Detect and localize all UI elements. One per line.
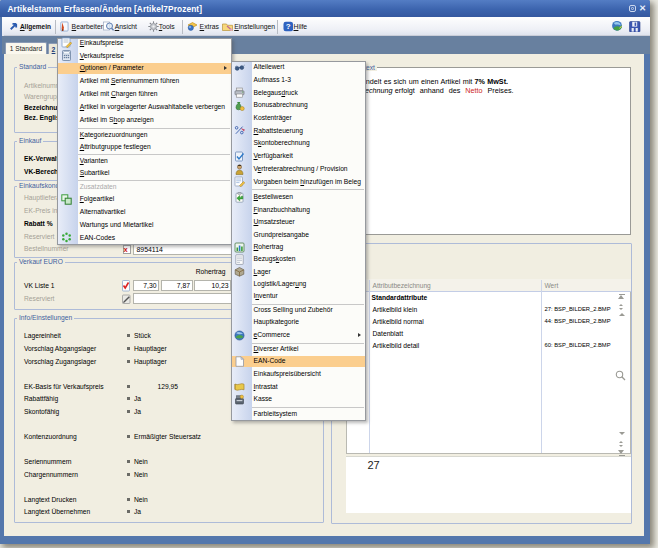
svg-text:?: ? — [285, 22, 290, 31]
